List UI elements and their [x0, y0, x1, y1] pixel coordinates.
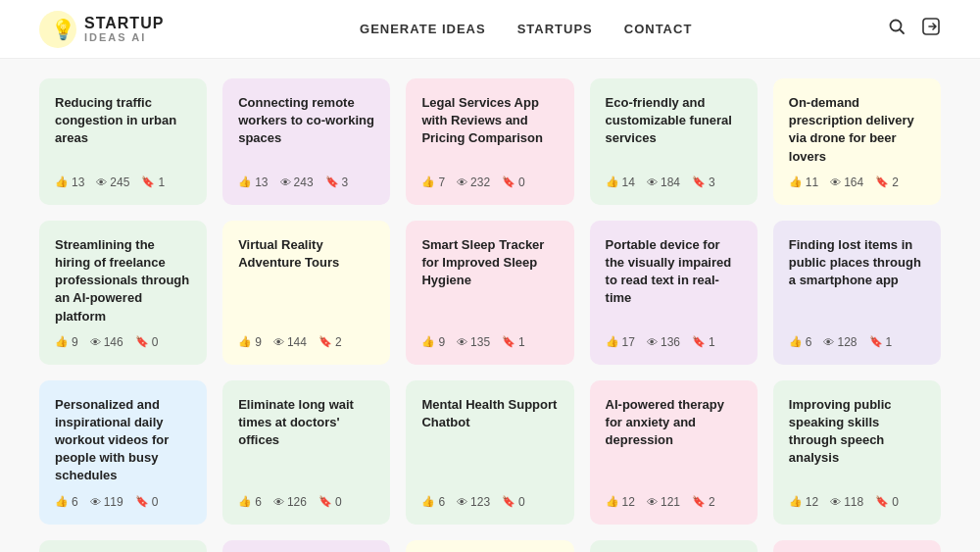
card-7[interactable]: Virtual Reality Adventure Tours 👍 9 👁 14…	[222, 221, 390, 365]
like-icon: 👍	[421, 176, 435, 188]
like-icon: 👍	[55, 176, 69, 188]
bookmark-icon: 🔖	[502, 495, 515, 508]
logo[interactable]: 💡 STARTUP IDEAS AI	[39, 11, 164, 48]
card-views-11: 👁 119	[90, 495, 123, 509]
card-bookmarks-5: 🔖 2	[875, 176, 899, 189]
card-16[interactable]: Easily accessible solar-powered charging…	[39, 540, 207, 552]
view-icon: 👁	[280, 176, 291, 188]
card-3[interactable]: Legal Services App with Reviews and Pric…	[406, 78, 573, 205]
card-stats-10: 👍 6 👁 128 🔖 1	[789, 335, 925, 349]
card-bookmarks-10: 🔖 1	[869, 335, 893, 349]
card-6[interactable]: Streamlining the hiring of freelance pro…	[39, 221, 207, 365]
card-stats-8: 👍 9 👁 135 🔖 1	[421, 335, 558, 349]
view-icon: 👁	[647, 496, 658, 508]
like-icon: 👍	[606, 335, 619, 348]
card-title-10: Finding lost items in public places thro…	[789, 236, 925, 326]
svg-line-3	[901, 30, 905, 34]
card-title-4: Eco-friendly and customizable funeral se…	[606, 94, 742, 166]
like-icon: 👍	[789, 335, 803, 348]
bookmark-icon: 🔖	[692, 176, 706, 188]
bookmark-icon: 🔖	[141, 176, 155, 188]
search-button[interactable]	[888, 18, 906, 40]
card-likes-3: 👍 7	[421, 176, 445, 189]
like-icon: 👍	[606, 495, 619, 508]
card-15[interactable]: Improving public speaking skills through…	[773, 380, 941, 525]
card-1[interactable]: Reducing traffic congestion in urban are…	[39, 78, 207, 205]
card-views-3: 👁 232	[457, 176, 490, 189]
bookmark-icon: 🔖	[692, 335, 706, 348]
card-bookmarks-4: 🔖 3	[692, 176, 715, 189]
view-icon: 👁	[96, 176, 107, 188]
main-content: Reducing traffic congestion in urban are…	[0, 59, 980, 552]
card-views-13: 👁 123	[457, 495, 490, 509]
header: 💡 STARTUP IDEAS AI GENERATE IDEASSTARTUP…	[0, 0, 980, 59]
card-bookmarks-8: 🔖 1	[502, 335, 525, 349]
card-title-1: Reducing traffic congestion in urban are…	[55, 94, 191, 166]
view-icon: 👁	[830, 496, 841, 508]
card-2[interactable]: Connecting remote workers to co-working …	[222, 78, 390, 205]
card-views-10: 👁 128	[823, 335, 857, 349]
card-stats-9: 👍 17 👁 136 🔖 1	[606, 335, 742, 349]
card-14[interactable]: AI-powered therapy for anxiety and depre…	[590, 380, 758, 525]
like-icon: 👍	[421, 495, 435, 508]
card-views-6: 👁 146	[90, 335, 123, 349]
like-icon: 👍	[55, 335, 69, 348]
card-likes-9: 👍 17	[606, 335, 635, 349]
card-stats-7: 👍 9 👁 144 🔖 2	[238, 335, 374, 349]
card-likes-6: 👍 9	[55, 335, 78, 349]
view-icon: 👁	[647, 176, 658, 188]
like-icon: 👍	[606, 176, 619, 188]
card-12[interactable]: Eliminate long wait times at doctors' of…	[222, 380, 390, 525]
card-likes-15: 👍 12	[789, 495, 818, 509]
card-likes-10: 👍 6	[789, 335, 812, 349]
card-title-8: Smart Sleep Tracker for Improved Sleep H…	[421, 236, 558, 326]
like-icon: 👍	[238, 176, 252, 188]
card-stats-12: 👍 6 👁 126 🔖 0	[238, 495, 374, 509]
card-stats-2: 👍 13 👁 243 🔖 3	[238, 176, 374, 189]
login-button[interactable]	[921, 17, 941, 41]
card-views-4: 👁 184	[647, 176, 680, 189]
card-bookmarks-9: 🔖 1	[692, 335, 715, 349]
card-19[interactable]: Interactive Online Learning Experience f…	[590, 540, 758, 552]
card-bookmarks-12: 🔖 0	[318, 495, 342, 509]
svg-point-2	[891, 21, 902, 31]
card-8[interactable]: Smart Sleep Tracker for Improved Sleep H…	[406, 221, 573, 365]
like-icon: 👍	[421, 335, 435, 348]
card-4[interactable]: Eco-friendly and customizable funeral se…	[590, 78, 758, 205]
like-icon: 👍	[789, 176, 803, 188]
like-icon: 👍	[789, 495, 803, 508]
card-views-9: 👁 136	[647, 335, 680, 349]
bookmark-icon: 🔖	[325, 176, 339, 188]
card-5[interactable]: On-demand prescription delivery via dron…	[773, 78, 941, 205]
card-11[interactable]: Personalized and inspirational daily wor…	[39, 380, 207, 525]
bookmark-icon: 🔖	[875, 176, 889, 188]
card-likes-12: 👍 6	[238, 495, 262, 509]
card-bookmarks-13: 🔖 0	[502, 495, 525, 509]
card-13[interactable]: Mental Health Support Chatbot 👍 6 👁 123 …	[406, 380, 573, 525]
search-icon	[888, 18, 906, 35]
card-title-9: Portable device for the visually impaire…	[606, 236, 742, 326]
card-stats-3: 👍 7 👁 232 🔖 0	[421, 176, 558, 189]
card-bookmarks-7: 🔖 2	[318, 335, 342, 349]
card-18[interactable]: Customizable smart eyewear for musicians…	[406, 540, 573, 552]
card-views-15: 👁 118	[830, 495, 863, 509]
card-likes-5: 👍 11	[789, 176, 818, 189]
card-10[interactable]: Finding lost items in public places thro…	[773, 221, 941, 365]
bookmark-icon: 🔖	[135, 335, 149, 348]
card-9[interactable]: Portable device for the visually impaire…	[590, 221, 758, 365]
card-stats-13: 👍 6 👁 123 🔖 0	[421, 495, 558, 509]
card-title-11: Personalized and inspirational daily wor…	[55, 396, 191, 485]
card-views-1: 👁 245	[96, 176, 129, 189]
bookmark-icon: 🔖	[502, 335, 515, 348]
card-title-13: Mental Health Support Chatbot	[421, 396, 558, 485]
nav-link-generate-ideas[interactable]: GENERATE IDEAS	[360, 22, 486, 36]
nav-link-contact[interactable]: CONTACT	[624, 22, 693, 36]
card-bookmarks-1: 🔖 1	[141, 176, 165, 189]
card-views-8: 👁 135	[457, 335, 490, 349]
nav-link-startups[interactable]: STARTUPS	[517, 22, 593, 36]
card-views-7: 👁 144	[273, 335, 307, 349]
card-grid: Reducing traffic congestion in urban are…	[39, 78, 941, 552]
card-17[interactable]: Eliminating queues at airports with auto…	[222, 540, 390, 552]
card-likes-7: 👍 9	[238, 335, 262, 349]
card-20[interactable]: Finding the cheapest hotel rooms in popu…	[773, 540, 941, 552]
